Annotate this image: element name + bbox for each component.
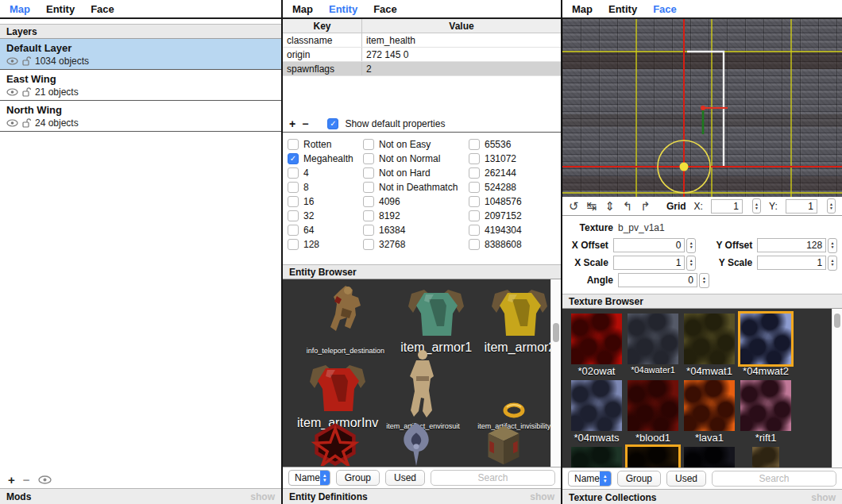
- toggle-visibility-icon[interactable]: [38, 475, 52, 484]
- scrollbar-thumb[interactable]: [553, 323, 559, 342]
- entity-item[interactable]: [297, 423, 373, 467]
- eye-icon[interactable]: [6, 88, 18, 96]
- grid-y-field[interactable]: 1: [786, 199, 817, 214]
- unlock-icon[interactable]: [22, 118, 31, 128]
- texture-thumbnail[interactable]: [752, 447, 779, 467]
- texture-thumbnail[interactable]: [740, 314, 791, 364]
- y-offset-field[interactable]: 128: [757, 238, 826, 252]
- texture-item[interactable]: *04awater1: [625, 314, 681, 377]
- spawnflag-checkbox[interactable]: [288, 239, 299, 250]
- texture-thumbnail[interactable]: [740, 380, 791, 431]
- texture-item[interactable]: [682, 447, 737, 467]
- rotate-cw-icon[interactable]: ↱: [640, 200, 651, 212]
- spawnflag-checkbox[interactable]: [363, 167, 374, 179]
- add-property-button[interactable]: +: [289, 117, 295, 130]
- texture-thumbnail[interactable]: [684, 380, 735, 431]
- spawnflag-checkbox[interactable]: [363, 182, 374, 193]
- grid-y-stepper[interactable]: ▲▼: [827, 198, 836, 214]
- texture-item[interactable]: [625, 447, 681, 467]
- group-button[interactable]: Group: [617, 471, 661, 487]
- tab-face[interactable]: Face: [373, 3, 397, 15]
- kv-row[interactable]: classname item_health: [283, 33, 561, 48]
- tab-map[interactable]: Map: [572, 3, 593, 15]
- texture-item[interactable]: *02owat: [569, 314, 624, 377]
- texture-collections-show-link[interactable]: show: [811, 492, 836, 503]
- spawnflag-checkbox[interactable]: [288, 196, 299, 207]
- rotate-ccw-icon[interactable]: ↰: [623, 200, 633, 212]
- mods-show-link[interactable]: show: [250, 491, 275, 502]
- sort-order-select[interactable]: Name ▲▼: [288, 470, 330, 486]
- y-scale-field[interactable]: 1: [757, 256, 826, 270]
- show-default-properties-checkbox[interactable]: [327, 118, 338, 129]
- add-layer-button[interactable]: +: [8, 473, 15, 487]
- eye-icon[interactable]: [6, 57, 18, 65]
- entity-browser[interactable]: info_teleport_destination item_armor1 it…: [283, 279, 561, 467]
- kv-value-cell[interactable]: 272 145 0: [362, 48, 561, 61]
- group-button[interactable]: Group: [336, 470, 380, 486]
- angle-stepper[interactable]: ▲▼: [699, 273, 709, 288]
- tab-entity[interactable]: Entity: [46, 3, 75, 15]
- texture-item[interactable]: [738, 447, 794, 467]
- entity-item[interactable]: item_armor2: [479, 288, 561, 355]
- entity-item[interactable]: info_teleport_destination: [297, 283, 394, 355]
- unlock-icon[interactable]: [22, 87, 31, 97]
- x-offset-field[interactable]: 0: [613, 238, 686, 252]
- spawnflag-checkbox[interactable]: [363, 225, 374, 236]
- uv-texture-view[interactable]: [562, 19, 842, 197]
- tab-entity[interactable]: Entity: [608, 3, 637, 15]
- entity-browser-scrollbar[interactable]: [550, 279, 561, 467]
- texture-item[interactable]: *rift1: [738, 380, 794, 444]
- used-button[interactable]: Used: [666, 471, 706, 487]
- spawnflag-checkbox[interactable]: [469, 139, 480, 150]
- texture-thumbnail[interactable]: [571, 447, 622, 467]
- spawnflag-checkbox[interactable]: [288, 167, 299, 179]
- sort-order-select[interactable]: Name ▲▼: [568, 471, 612, 487]
- kv-row[interactable]: spawnflags 2: [283, 62, 561, 76]
- angle-field[interactable]: 0: [618, 273, 697, 287]
- entity-item[interactable]: item_armor1: [394, 288, 479, 355]
- y-scale-stepper[interactable]: ▲▼: [828, 256, 837, 271]
- spawnflag-checkbox[interactable]: [469, 196, 480, 207]
- reset-uv-icon[interactable]: ↺: [569, 200, 579, 212]
- entity-definitions-show-link[interactable]: show: [530, 491, 554, 502]
- grid-x-field[interactable]: 1: [711, 199, 743, 214]
- entity-search-input[interactable]: [431, 470, 555, 486]
- x-scale-stepper[interactable]: ▲▼: [686, 256, 696, 271]
- kv-header-key[interactable]: Key: [283, 19, 362, 33]
- texture-thumbnail[interactable]: [628, 314, 678, 364]
- texture-thumbnail[interactable]: [571, 380, 622, 431]
- spawnflag-checkbox[interactable]: [469, 225, 480, 236]
- flip-horizontal-icon[interactable]: ↹: [587, 200, 597, 212]
- kv-header-value[interactable]: Value: [362, 19, 561, 33]
- spawnflag-checkbox[interactable]: [469, 239, 480, 250]
- texture-thumbnail[interactable]: [628, 380, 678, 431]
- spawnflag-checkbox[interactable]: [469, 182, 480, 193]
- spawnflag-checkbox[interactable]: [288, 210, 299, 221]
- spawnflag-checkbox[interactable]: [469, 167, 480, 179]
- entity-item[interactable]: item_artifact_envirosuit: [378, 349, 467, 430]
- texture-item[interactable]: *04mwat2: [738, 314, 794, 377]
- entity-item[interactable]: [373, 423, 459, 467]
- texture-thumbnail[interactable]: [628, 447, 678, 467]
- spawnflag-checkbox[interactable]: [469, 153, 480, 164]
- texture-item[interactable]: *blood1: [625, 380, 681, 444]
- remove-layer-button[interactable]: −: [23, 473, 30, 487]
- y-offset-stepper[interactable]: ▲▼: [828, 238, 837, 253]
- grid-x-stepper[interactable]: ▲▼: [752, 198, 761, 214]
- spawnflag-checkbox[interactable]: [363, 153, 374, 164]
- scrollbar-thumb[interactable]: [834, 314, 840, 328]
- spawnflag-checkbox[interactable]: [288, 153, 299, 164]
- x-offset-stepper[interactable]: ▲▼: [686, 238, 696, 253]
- layer-row[interactable]: Default Layer 1034 objects: [0, 39, 281, 70]
- spawnflag-checkbox[interactable]: [363, 210, 374, 221]
- kv-key-cell[interactable]: origin: [283, 48, 362, 61]
- texture-thumbnail[interactable]: [571, 314, 622, 364]
- spawnflag-checkbox[interactable]: [363, 239, 374, 250]
- kv-row[interactable]: origin 272 145 0: [283, 48, 561, 62]
- spawnflag-checkbox[interactable]: [363, 196, 374, 207]
- kv-key-cell[interactable]: spawnflags: [283, 62, 362, 75]
- layer-row[interactable]: North Wing 24 objects: [0, 101, 281, 132]
- texture-item[interactable]: [569, 447, 624, 467]
- kv-value-cell[interactable]: 2: [362, 62, 561, 75]
- texture-search-input[interactable]: [712, 471, 836, 487]
